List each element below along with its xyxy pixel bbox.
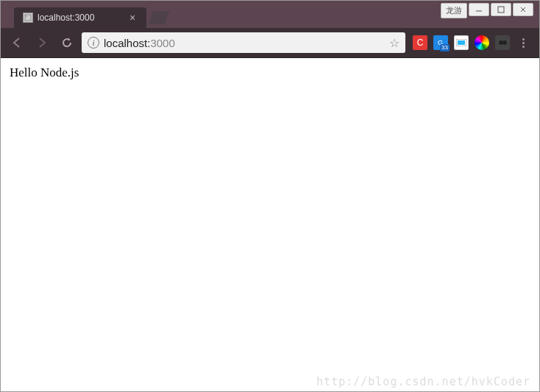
- svg-rect-1: [498, 7, 504, 13]
- reload-button[interactable]: [57, 32, 77, 53]
- close-tab-icon[interactable]: ×: [127, 13, 138, 23]
- watermark-text: http://blog.csdn.net/hvkCoder: [316, 375, 530, 388]
- extension-icon-3[interactable]: [454, 35, 469, 50]
- url-host: localhost:: [104, 37, 150, 49]
- back-button[interactable]: [7, 32, 27, 53]
- tab-title: localhost:3000: [38, 13, 123, 23]
- browser-tab[interactable]: localhost:3000 ×: [14, 7, 146, 28]
- browser-toolbar: i localhost:3000 ☆ C G 33: [1, 28, 539, 57]
- translate-extension-icon[interactable]: G 33: [433, 35, 448, 50]
- bookmark-star-icon[interactable]: ☆: [389, 36, 399, 50]
- svg-rect-9: [458, 40, 465, 45]
- maximize-button[interactable]: [491, 3, 511, 16]
- new-tab-button[interactable]: [149, 11, 170, 24]
- browser-menu-button[interactable]: [516, 38, 530, 48]
- extension-area: C G 33: [410, 35, 533, 50]
- page-body-text: Hello Node.js: [10, 65, 79, 79]
- page-favicon-icon: [23, 13, 33, 23]
- window-controls: 龙游: [441, 3, 533, 18]
- minimize-button[interactable]: [469, 3, 489, 16]
- extension-icon-4[interactable]: [475, 35, 489, 50]
- extension-badge: 33: [440, 44, 450, 51]
- site-info-icon[interactable]: i: [88, 37, 99, 49]
- url-text: localhost:3000: [104, 37, 385, 49]
- window-label: 龙游: [441, 3, 467, 18]
- address-bar[interactable]: i localhost:3000 ☆: [82, 32, 405, 53]
- extension-icon-1[interactable]: C: [413, 35, 427, 50]
- close-window-button[interactable]: [513, 3, 533, 16]
- extension-icon-5[interactable]: [495, 35, 510, 50]
- svg-point-11: [502, 40, 507, 45]
- url-port: 3000: [150, 37, 174, 49]
- forward-button[interactable]: [32, 32, 52, 53]
- page-content: Hello Node.js http://blog.csdn.net/hvkCo…: [1, 57, 539, 392]
